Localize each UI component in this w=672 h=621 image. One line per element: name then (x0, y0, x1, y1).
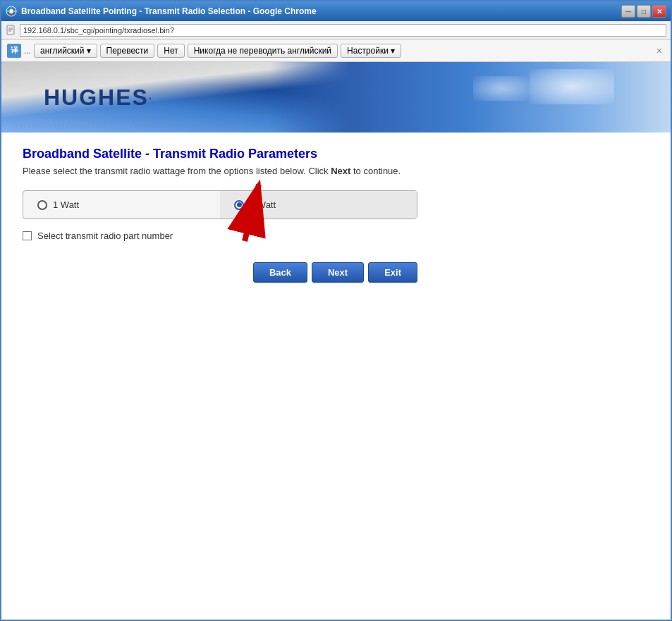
page-icon (6, 25, 17, 36)
hughes-logo: HUGHES. (44, 85, 153, 111)
radio-circle-1watt (37, 200, 47, 210)
page-description: Please select the transmit radio wattage… (23, 166, 649, 176)
back-button[interactable]: Back (253, 262, 307, 283)
checkbox-label: Select transmit radio part number (37, 230, 173, 241)
address-input[interactable] (20, 24, 666, 37)
translate-dots: ... (24, 46, 31, 56)
next-button[interactable]: Next (312, 262, 364, 283)
checkbox-section: Select transmit radio part number (23, 230, 649, 241)
radio-options-box: 1 Watt 2 Watt (23, 190, 417, 219)
cloud-shape (530, 69, 614, 104)
buttons-row: Back Next Exit (23, 262, 417, 283)
header-banner: HUGHES. (1, 62, 671, 133)
restore-button[interactable]: □ (637, 5, 651, 18)
page-title: Broadband Satellite - Transmit Radio Par… (23, 147, 649, 161)
language-button[interactable]: английский ▾ (34, 44, 97, 58)
deco-lines-bottom (16, 124, 157, 128)
translation-bar: 译 ... английский ▾ Перевести Нет Никогда… (1, 39, 671, 62)
radio-option-1watt[interactable]: 1 Watt (23, 191, 220, 219)
cloud-shape-2 (473, 76, 530, 101)
never-translate-button[interactable]: Никогда не переводить английский (188, 44, 338, 58)
title-bar-text: Broadband Satellite Pointing - Transmit … (21, 6, 621, 16)
checkbox-row: Select transmit radio part number (23, 230, 649, 241)
chrome-icon (6, 6, 17, 17)
settings-button[interactable]: Настройки ▾ (341, 44, 401, 58)
main-content: HUGHES. Broadband Satellite - Transmit R… (1, 62, 671, 620)
radio-label-2watt: 2 Watt (250, 199, 276, 210)
radio-circle-2watt (234, 200, 244, 210)
radio-option-2watt[interactable]: 2 Watt (220, 191, 417, 219)
close-button[interactable]: ✕ (652, 5, 666, 18)
translate-button[interactable]: Перевести (100, 44, 155, 58)
address-bar (1, 21, 671, 39)
radio-label-1watt: 1 Watt (53, 199, 79, 210)
browser-window: Broadband Satellite Pointing - Transmit … (0, 0, 672, 621)
page-content: Broadband Satellite - Transmit Radio Par… (1, 133, 671, 620)
translate-icon: 译 (7, 44, 21, 58)
checkbox-input[interactable] (23, 231, 32, 240)
title-bar: Broadband Satellite Pointing - Transmit … (1, 1, 671, 21)
no-button[interactable]: Нет (157, 44, 184, 58)
translation-bar-close[interactable]: × (654, 45, 665, 56)
minimize-button[interactable]: ─ (621, 5, 635, 18)
exit-button[interactable]: Exit (368, 262, 417, 283)
title-bar-controls: ─ □ ✕ (621, 5, 666, 18)
